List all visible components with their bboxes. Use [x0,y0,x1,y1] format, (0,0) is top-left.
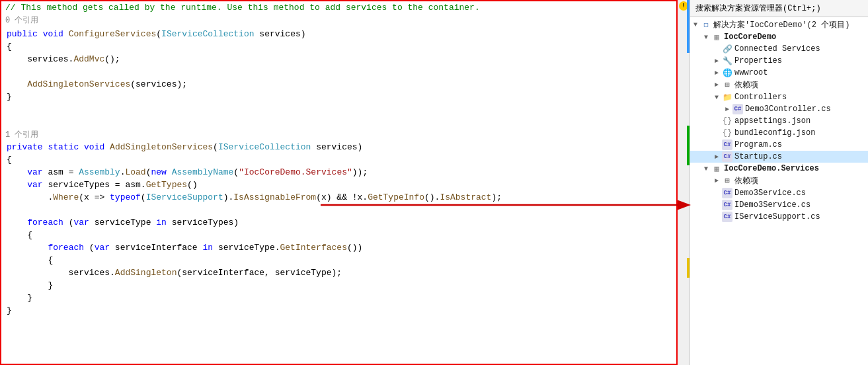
tree-item-bundleconfig[interactable]: {}bundleconfig.json [690,127,868,139]
editor-gutter: ! [678,0,690,365]
expand-icon[interactable] [711,190,722,197]
code-line [1,116,676,128]
tree-label: IDemo3Service.cs [734,200,810,210]
deps-icon: ⊞ [722,176,732,186]
ref-count-1: 1 个引用 [1,128,676,141]
cs-icon: C# [722,212,732,222]
wwwroot-icon: 🌐 [722,67,732,78]
expand-icon[interactable] [711,118,722,125]
json-icon: {} [722,116,732,126]
tree-label: appsettings.json [734,116,810,126]
code-line: { [1,229,676,241]
tree-label: Controllers [734,93,787,102]
cs-icon: C# [732,104,743,114]
tree-item-solution[interactable]: ▼◻解决方案'IocCoreDemo'(2 个项目) [690,19,868,31]
code-area[interactable]: public void ConfigureServices(IServiceCo… [1,26,676,364]
code-line [1,204,676,216]
code-line: services.AddSingleton(serviceInterface, … [1,266,676,279]
yellow-bar [687,258,690,278]
code-line: { [1,40,676,53]
tree-item-idemo3svc[interactable]: C#IDemo3Service.cs [690,199,868,211]
expand-icon[interactable]: ▼ [701,34,711,41]
tree-item-appsettings[interactable]: {}appsettings.json [690,115,868,127]
code-line: foreach (var serviceInterface in service… [1,241,676,254]
cs-icon: C# [722,140,732,150]
cs-icon: C# [722,151,732,162]
code-line [1,65,676,78]
connected-icon: 🔗 [722,44,732,54]
solution-explorer-panel: 搜索解决方案资源管理器(Ctrl+;) ▼◻解决方案'IocCoreDemo'(… [690,0,868,365]
tree-label: bundleconfig.json [734,128,815,138]
tree-item-isvcsupport[interactable]: C#IServiceSupport.cs [690,211,868,223]
expand-icon[interactable]: ► [711,177,722,184]
expand-icon[interactable]: ► [711,58,722,65]
expand-icon[interactable]: ▼ [711,94,722,101]
green-bar [687,126,690,165]
tree-label: IocCoreDemo [724,32,776,42]
project-icon: ▦ [711,32,722,42]
solution-explorer-tree[interactable]: ▼◻解决方案'IocCoreDemo'(2 个项目)▼▦IocCoreDemo … [690,17,868,365]
expand-icon[interactable] [711,142,722,149]
expand-icon[interactable] [711,202,722,209]
tree-label: Startup.cs [734,152,782,161]
tree-label: Connected Services [734,44,820,54]
folder-icon: 📁 [722,92,732,102]
tree-item-startup[interactable]: ►C#Startup.cs [690,151,868,163]
cs-icon: C# [722,188,732,198]
tree-label: Demo3Service.cs [734,188,806,198]
code-line: var serviceTypes = asm.GetTypes() [1,179,676,191]
code-line: } [1,91,676,103]
tree-label: Demo3Controller.cs [745,104,831,114]
tree-label: Program.cs [734,140,782,149]
blue-bar [687,0,690,53]
top-comment: // This method gets called by the runtim… [1,1,676,14]
tree-label: 解决方案'IocCoreDemo'(2 个项目) [713,19,849,30]
tree-label: 依赖项 [734,175,758,186]
expand-icon[interactable] [711,214,722,221]
code-line: foreach (var serviceType in serviceTypes… [1,216,676,229]
expand-icon[interactable]: ► [722,106,732,113]
code-line: public void ConfigureServices(IServiceCo… [1,28,676,40]
expand-icon[interactable]: ▼ [690,21,701,28]
tree-item-props[interactable]: ►🔧Properties [690,55,868,67]
tree-label: 依赖项 [734,79,758,91]
tree-label: IocCoreDemo.Services [724,164,819,173]
code-line: } [1,304,676,317]
solution-icon: ◻ [701,20,711,30]
code-line: } [1,292,676,304]
tree-label: IServiceSupport.cs [734,212,820,222]
code-line: { [1,153,676,166]
tree-item-deps[interactable]: ►⊞依赖项 [690,79,868,91]
code-line: { [1,254,676,266]
json-icon: {} [722,128,732,138]
tree-label: Properties [734,56,782,65]
code-line: AddSingletonServices(services); [1,78,676,91]
tree-item-demo3svc[interactable]: C#Demo3Service.cs [690,187,868,199]
tree-item-wwwroot[interactable]: ►🌐wwwroot [690,67,868,79]
tree-item-proj1[interactable]: ▼▦IocCoreDemo [690,31,868,43]
tree-item-program[interactable]: C#Program.cs [690,139,868,151]
tree-item-demo3ctrl[interactable]: ►C#Demo3Controller.cs [690,103,868,115]
expand-icon[interactable]: ▼ [701,165,711,173]
tree-item-controllers[interactable]: ▼📁Controllers [690,91,868,103]
code-line: private static void AddSingletonServices… [1,141,676,153]
cs-icon: C# [722,200,732,210]
expand-icon[interactable]: ► [711,153,722,161]
code-panel: // This method gets called by the runtim… [0,0,678,365]
project-icon: ▦ [711,163,722,174]
tree-item-deps2[interactable]: ►⊞依赖项 [690,175,868,187]
code-line [1,103,676,116]
tree-label: wwwroot [734,68,768,77]
code-line: .Where(x => typeof(IServiceSupport).IsAs… [1,191,676,204]
tree-item-proj2[interactable]: ▼▦IocCoreDemo.Services [690,163,868,175]
expand-icon[interactable] [711,130,722,137]
code-line: var asm = Assembly.Load(new AssemblyName… [1,166,676,179]
expand-icon[interactable]: ► [711,81,722,89]
deps-icon: ⊞ [722,80,732,91]
solution-explorer-header: 搜索解决方案资源管理器(Ctrl+;) [690,0,868,17]
tree-item-connected[interactable]: 🔗Connected Services [690,43,868,55]
expand-icon[interactable]: ► [711,69,722,77]
expand-icon[interactable] [711,46,722,53]
code-line: services.AddMvc(); [1,53,676,65]
code-line: } [1,279,676,292]
